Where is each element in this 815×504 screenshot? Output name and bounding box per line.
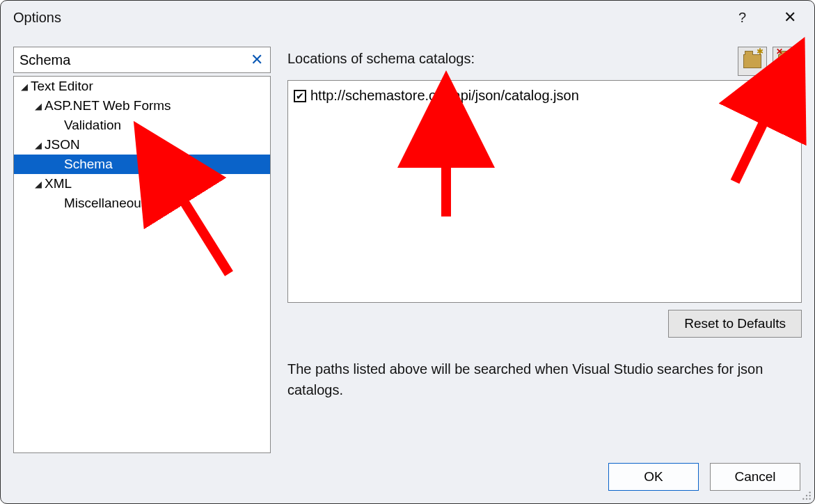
expand-arrow-icon: ◢ xyxy=(35,179,45,189)
tree-item-asp-net-web-forms[interactable]: ◢ASP.NET Web Forms xyxy=(14,96,270,116)
svg-point-7 xyxy=(806,498,807,500)
left-pane: ✕ ◢Text Editor◢ASP.NET Web FormsValidati… xyxy=(13,47,271,453)
search-input[interactable] xyxy=(14,49,244,71)
catalog-description: The paths listed above will be searched … xyxy=(287,359,789,400)
svg-point-3 xyxy=(809,491,811,493)
dialog-body: ✕ ◢Text Editor◢ASP.NET Web FormsValidati… xyxy=(1,34,814,453)
dialog-footer: OK Cancel xyxy=(1,453,814,503)
svg-point-4 xyxy=(806,495,807,496)
svg-point-6 xyxy=(802,498,804,500)
cancel-button[interactable]: Cancel xyxy=(710,463,800,491)
search-wrap: ✕ xyxy=(13,47,271,73)
catalog-item-url: http://schemastore.org/api/json/catalog.… xyxy=(310,88,579,104)
svg-point-5 xyxy=(809,495,811,496)
right-pane: Locations of schema catalogs: ✔http://sc… xyxy=(287,47,802,453)
tree-item-label: XML xyxy=(45,176,72,191)
reset-row: Reset to Defaults xyxy=(287,310,802,338)
remove-catalog-button[interactable] xyxy=(773,47,802,76)
tree-item-label: Miscellaneous xyxy=(64,196,148,211)
tree-item-json[interactable]: ◢JSON xyxy=(14,135,270,155)
tree-item-text-editor[interactable]: ◢Text Editor xyxy=(14,77,270,96)
delete-folder-icon xyxy=(778,54,796,68)
titlebar: Options ? ✕ xyxy=(1,1,814,34)
add-catalog-button[interactable] xyxy=(738,47,767,76)
catalog-item[interactable]: ✔http://schemastore.org/api/json/catalog… xyxy=(294,88,796,104)
reset-defaults-button[interactable]: Reset to Defaults xyxy=(668,310,802,338)
tree-item-label: Schema xyxy=(64,157,113,172)
expand-arrow-icon: ◢ xyxy=(35,140,45,150)
new-folder-icon xyxy=(743,54,761,68)
tree-item-label: Validation xyxy=(64,118,121,133)
tree-item-validation[interactable]: Validation xyxy=(14,116,270,135)
catalog-header: Locations of schema catalogs: xyxy=(287,47,802,80)
tree-item-label: JSON xyxy=(45,137,80,152)
tree-item-miscellaneous[interactable]: Miscellaneous xyxy=(14,194,270,213)
titlebar-controls: ? ✕ xyxy=(731,6,805,29)
catalog-list[interactable]: ✔http://schemastore.org/api/json/catalog… xyxy=(287,80,802,303)
resize-grip-icon[interactable] xyxy=(802,491,812,501)
tree-item-xml[interactable]: ◢XML xyxy=(14,174,270,194)
tree-item-label: Text Editor xyxy=(31,79,93,94)
tree-item-schema[interactable]: Schema xyxy=(14,155,270,174)
catalog-label: Locations of schema catalogs: xyxy=(287,47,475,67)
expand-arrow-icon: ◢ xyxy=(35,101,45,111)
svg-point-8 xyxy=(809,498,811,500)
options-tree[interactable]: ◢Text Editor◢ASP.NET Web FormsValidation… xyxy=(13,76,271,453)
window-title: Options xyxy=(13,10,61,26)
ok-button[interactable]: OK xyxy=(608,463,699,491)
close-icon[interactable]: ✕ xyxy=(775,6,805,29)
expand-arrow-icon: ◢ xyxy=(21,81,31,92)
catalog-buttons xyxy=(738,47,802,76)
help-icon[interactable]: ? xyxy=(731,7,753,29)
catalog-item-checkbox[interactable]: ✔ xyxy=(294,90,306,102)
clear-search-icon[interactable]: ✕ xyxy=(244,51,270,69)
tree-item-label: ASP.NET Web Forms xyxy=(45,98,171,113)
options-dialog: Options ? ✕ ✕ ◢Text Editor◢ASP.NET Web F… xyxy=(0,0,815,504)
